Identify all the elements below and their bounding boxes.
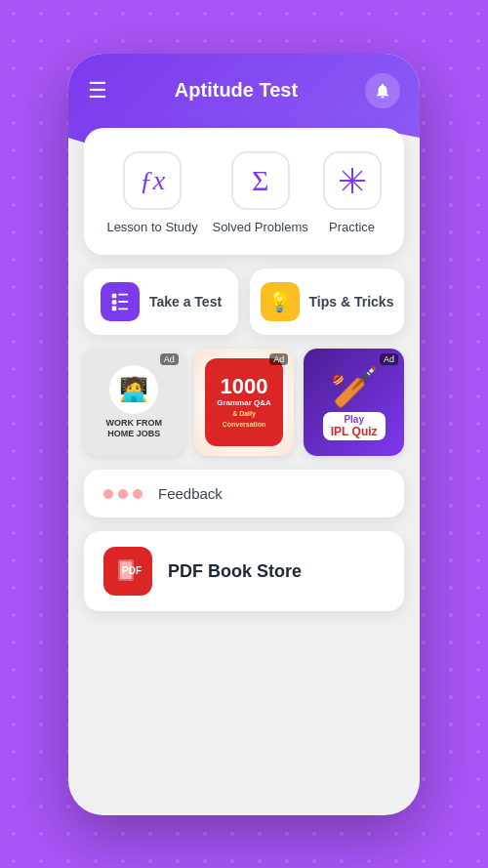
svg-rect-7: [118, 294, 128, 296]
practice-label: Practice: [329, 220, 375, 236]
test-icon: [101, 282, 140, 321]
menu-icon[interactable]: ☰: [88, 78, 107, 103]
grammar-ad-badge: Ad: [269, 353, 288, 365]
dot-3: [133, 489, 142, 499]
lesson-label: Lesson to Study: [106, 220, 197, 236]
grammar-text: Grammar Q&A& DailyConversation: [217, 397, 271, 431]
svg-rect-4: [112, 294, 117, 299]
ipl-figure: 🏏: [330, 364, 379, 410]
grammar-number: 1000: [221, 376, 268, 397]
lesson-to-study-item[interactable]: ƒx Lesson to Study: [106, 151, 197, 236]
wfh-figure: 🧑‍💻: [109, 365, 158, 414]
grammar-inner: 1000 Grammar Q&A& DailyConversation: [205, 358, 283, 446]
lesson-icon: ƒx: [123, 151, 182, 210]
sigma-icon: Σ: [231, 151, 290, 210]
tips-tricks-label: Tips & Tricks: [309, 294, 394, 310]
wfh-label: WORK FROMHOME JOBS: [106, 418, 163, 440]
take-test-button[interactable]: Take a Test: [84, 269, 238, 335]
svg-rect-8: [118, 301, 128, 303]
practice-item[interactable]: Practice: [323, 151, 382, 236]
solved-problems-item[interactable]: Σ Solved Problems: [212, 151, 307, 236]
ipl-inner: 🏏 PlayIPL Quiz: [323, 364, 386, 440]
dot-1: [103, 489, 113, 499]
tips-tricks-button[interactable]: 💡 Tips & Tricks: [250, 269, 404, 335]
practice-icon: [323, 151, 382, 210]
feedback-dots: [103, 489, 142, 499]
lightbulb-icon: 💡: [261, 282, 300, 321]
study-options-card: ƒx Lesson to Study Σ Solved Problems: [84, 128, 404, 256]
grammar-ad[interactable]: Ad 1000 Grammar Q&A& DailyConversation: [194, 349, 295, 456]
svg-text:PDF: PDF: [122, 565, 142, 576]
take-test-label: Take a Test: [149, 294, 222, 310]
solved-label: Solved Problems: [212, 220, 307, 236]
ipl-ad[interactable]: Ad 🏏 PlayIPL Quiz: [304, 349, 404, 456]
feedback-label: Feedback: [158, 485, 223, 502]
pdf-store-label: PDF Book Store: [168, 561, 302, 582]
pdf-store-button[interactable]: PDF PDF Book Store: [84, 531, 404, 611]
feedback-button[interactable]: Feedback: [84, 470, 404, 517]
page-title: Aptitude Test: [175, 79, 298, 102]
action-buttons-row: Take a Test 💡 Tips & Tricks: [84, 269, 404, 335]
main-content: ƒx Lesson to Study Σ Solved Problems: [68, 128, 420, 612]
svg-rect-6: [112, 307, 117, 311]
bell-icon[interactable]: [365, 73, 400, 108]
phone-frame: ☰ Aptitude Test ƒx Lesson to Study: [68, 54, 420, 815]
ipl-ad-badge: Ad: [380, 353, 398, 365]
wfh-ad[interactable]: Ad 🧑‍💻 WORK FROMHOME JOBS: [84, 349, 184, 456]
ads-row: Ad 🧑‍💻 WORK FROMHOME JOBS Ad 1000 Gramma…: [84, 349, 404, 456]
ipl-label: PlayIPL Quiz: [323, 412, 386, 440]
pdf-icon: PDF: [103, 547, 152, 596]
wfh-ad-badge: Ad: [160, 353, 179, 365]
svg-rect-5: [112, 301, 117, 306]
svg-rect-9: [118, 309, 128, 310]
dot-2: [118, 489, 128, 499]
